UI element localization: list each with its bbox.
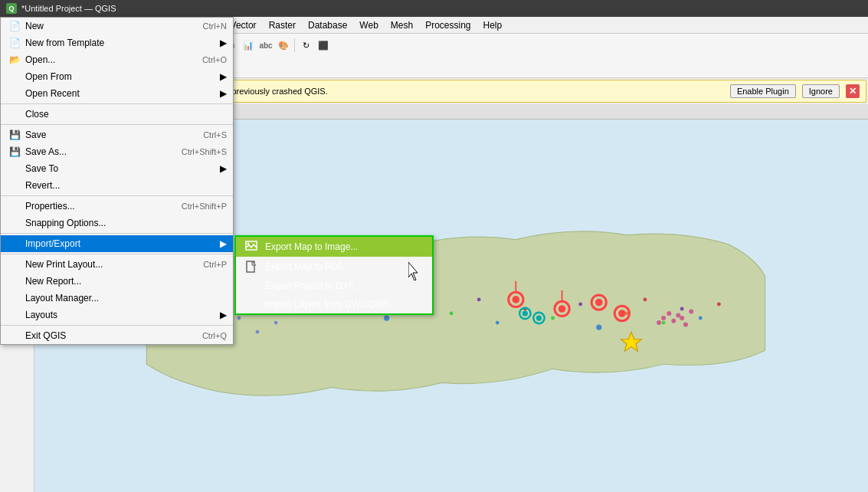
- save-to-arrow: ▶: [220, 163, 227, 174]
- menu-item-open[interactable]: 📂 Open... Ctrl+O: [1, 51, 233, 68]
- menu-item-new-from-template[interactable]: 📄 New from Template ▶: [1, 34, 233, 51]
- save-to-label: Save To: [25, 163, 217, 174]
- layout-manager-label: Layout Manager...: [25, 293, 227, 303]
- svg-point-44: [671, 319, 676, 323]
- divider-3: [1, 195, 233, 196]
- menu-help[interactable]: Help: [477, 17, 509, 33]
- open-shortcut: Ctrl+O: [202, 55, 227, 64]
- save-icon: 💾: [7, 130, 22, 140]
- save-label: Save: [25, 130, 191, 140]
- svg-point-48: [683, 322, 688, 326]
- export-pdf-label: Export Map to PDF...: [265, 261, 350, 272]
- sep3: [294, 38, 295, 52]
- open-icon: 📂: [7, 54, 22, 65]
- svg-point-19: [578, 303, 582, 307]
- close-notification-button[interactable]: ✕: [846, 84, 860, 98]
- enable-plugin-button[interactable]: Enable Plugin: [730, 84, 796, 98]
- menu-item-exit-qgis[interactable]: Exit QGIS Ctrl+Q: [1, 327, 233, 344]
- svg-point-53: [274, 321, 278, 325]
- svg-point-16: [496, 321, 500, 325]
- menu-mesh[interactable]: Mesh: [385, 17, 419, 33]
- svg-point-55: [247, 243, 250, 245]
- close-label: Close: [25, 109, 227, 120]
- divider-6: [1, 325, 233, 326]
- svg-point-14: [450, 312, 454, 316]
- menu-item-new-print-layout[interactable]: New Print Layout... Ctrl+P: [1, 256, 233, 273]
- ignore-button[interactable]: Ignore: [802, 84, 840, 98]
- submenu-export-image[interactable]: Export Map to Image...: [236, 237, 432, 257]
- svg-point-12: [384, 315, 389, 320]
- svg-point-52: [256, 330, 260, 334]
- new-icon: 📄: [7, 21, 22, 31]
- svg-point-47: [680, 316, 684, 320]
- save-as-icon: 💾: [7, 146, 22, 157]
- new-template-label: New from Template: [25, 38, 217, 48]
- menu-raster[interactable]: Raster: [263, 17, 302, 33]
- menu-item-snapping[interactable]: Snapping Options...: [1, 215, 233, 231]
- menu-web[interactable]: Web: [353, 17, 384, 33]
- menu-item-layout-manager[interactable]: Layout Manager...: [1, 290, 233, 307]
- open-from-label: Open From: [25, 71, 217, 82]
- layouts-label: Layouts: [25, 310, 217, 320]
- snapping-label: Snapping Options...: [25, 218, 227, 228]
- export-image-label: Export Map to Image...: [265, 241, 358, 252]
- properties-label: Properties...: [25, 201, 169, 212]
- menu-database[interactable]: Database: [302, 17, 353, 33]
- import-dwg-label: Import Layers from DWG/DXF...: [265, 299, 395, 310]
- svg-point-22: [644, 298, 647, 302]
- menu-item-properties[interactable]: Properties... Ctrl+Shift+P: [1, 198, 233, 215]
- menu-item-open-from[interactable]: Open From ▶: [1, 68, 233, 85]
- menu-item-save-as[interactable]: 💾 Save As... Ctrl+Shift+S: [1, 143, 233, 160]
- title-bar: Q *Untitled Project — QGIS: [0, 0, 868, 17]
- svg-point-28: [513, 296, 520, 303]
- import-export-arrow: ▶: [220, 238, 227, 249]
- svg-point-43: [667, 311, 671, 316]
- tb-canvas-color[interactable]: ⬛: [315, 37, 332, 54]
- new-label: New: [25, 21, 191, 31]
- submenu-import-dwg[interactable]: Import Layers from DWG/DXF...: [236, 295, 432, 313]
- menu-item-save[interactable]: 💾 Save Ctrl+S: [1, 126, 233, 143]
- tb-color[interactable]: 🎨: [275, 37, 292, 54]
- layouts-arrow: ▶: [220, 310, 227, 320]
- menu-processing[interactable]: Processing: [419, 17, 477, 33]
- import-export-label: Import/Export: [25, 238, 217, 249]
- svg-point-20: [596, 324, 601, 330]
- save-shortcut: Ctrl+S: [203, 130, 227, 139]
- menu-item-save-to[interactable]: Save To ▶: [1, 160, 233, 177]
- svg-point-25: [699, 317, 703, 320]
- svg-point-51: [237, 317, 241, 320]
- svg-point-39: [522, 310, 528, 316]
- svg-point-26: [717, 303, 721, 307]
- revert-label: Revert...: [25, 180, 227, 191]
- new-shortcut: Ctrl+N: [203, 21, 227, 31]
- divider-2: [1, 124, 233, 125]
- submenu-export-pdf[interactable]: Export Map to PDF...: [236, 257, 432, 277]
- save-as-label: Save As...: [25, 146, 169, 157]
- menu-item-new[interactable]: 📄 New Ctrl+N: [1, 18, 233, 34]
- tb-labels[interactable]: abc: [257, 37, 274, 54]
- svg-point-15: [477, 298, 481, 302]
- tb-refresh[interactable]: ↻: [297, 37, 314, 54]
- exit-label: Exit QGIS: [25, 330, 190, 341]
- print-layout-shortcut: Ctrl+P: [203, 260, 227, 269]
- print-layout-label: New Print Layout...: [25, 259, 191, 270]
- open-recent-label: Open Recent: [25, 88, 217, 99]
- menu-item-import-export[interactable]: Import/Export ▶ Export Map to Image... E…: [1, 235, 233, 252]
- tb-statistical[interactable]: 📊: [240, 37, 257, 54]
- menu-item-open-recent[interactable]: Open Recent ▶: [1, 85, 233, 102]
- app-icon: Q: [6, 3, 17, 14]
- svg-point-23: [662, 321, 666, 325]
- menu-item-close[interactable]: Close: [1, 106, 233, 123]
- menu-item-new-report[interactable]: New Report...: [1, 273, 233, 290]
- svg-point-45: [676, 313, 680, 317]
- divider-1: [1, 103, 233, 104]
- menu-item-layouts[interactable]: Layouts ▶: [1, 307, 233, 323]
- divider-4: [1, 233, 233, 234]
- submenu-export-dxf[interactable]: Export Project to DXF...: [236, 277, 432, 295]
- window-title: *Untitled Project — QGIS: [21, 4, 116, 13]
- properties-shortcut: Ctrl+Shift+P: [182, 202, 227, 211]
- svg-point-42: [661, 316, 666, 320]
- menu-item-revert[interactable]: Revert...: [1, 177, 233, 194]
- svg-point-49: [689, 310, 693, 314]
- import-export-submenu: Export Map to Image... Export Map to PDF…: [234, 235, 434, 315]
